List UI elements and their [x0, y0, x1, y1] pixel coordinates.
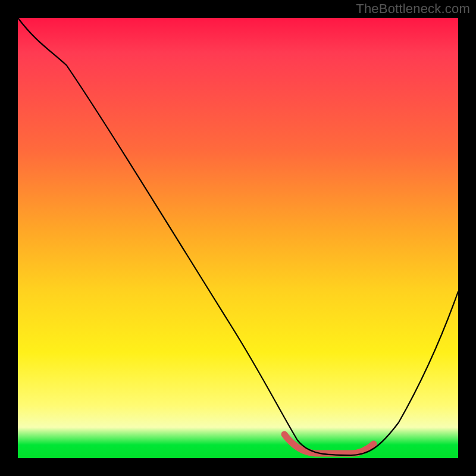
bottleneck-curve: [18, 18, 458, 458]
curve-path: [18, 18, 458, 455]
watermark-text: TheBottleneck.com: [356, 1, 470, 17]
plot-area: [18, 18, 458, 458]
chart-frame: TheBottleneck.com: [0, 0, 476, 476]
optimal-zone-highlight: [284, 434, 374, 453]
